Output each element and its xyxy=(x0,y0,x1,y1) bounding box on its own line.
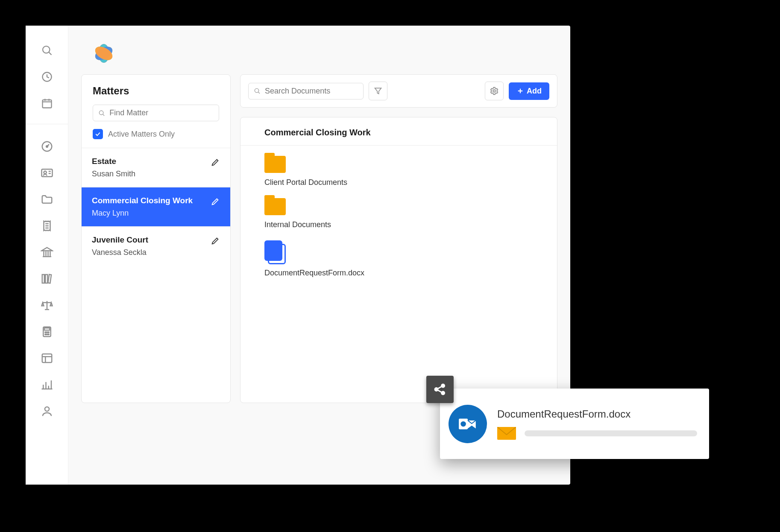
document-label: Client Portal Documents xyxy=(264,178,533,187)
folder-icon xyxy=(264,198,286,215)
edit-icon[interactable] xyxy=(211,197,220,206)
svg-point-8 xyxy=(46,146,48,147)
share-popup: DocumentRequestForm.docx xyxy=(440,389,709,459)
svg-point-50 xyxy=(493,90,496,92)
svg-point-0 xyxy=(43,46,50,53)
svg-point-47 xyxy=(255,88,258,92)
add-button-label: Add xyxy=(527,87,542,96)
svg-rect-3 xyxy=(42,100,51,108)
gauge-icon[interactable] xyxy=(39,139,55,154)
calculator-icon[interactable] xyxy=(39,324,55,339)
folder-icon[interactable] xyxy=(39,192,55,207)
svg-marker-49 xyxy=(375,88,381,94)
matter-item[interactable]: Estate Susan Smith xyxy=(82,148,230,187)
svg-point-34 xyxy=(47,334,47,335)
rail-separator xyxy=(26,124,68,124)
share-popup-title: DocumentRequestForm.docx xyxy=(497,408,697,420)
search-documents-field[interactable] xyxy=(265,87,358,96)
mail-icon xyxy=(497,427,516,440)
matters-panel: Matters Active Matters Only Estate xyxy=(81,74,231,403)
svg-line-57 xyxy=(437,390,442,392)
svg-rect-36 xyxy=(42,354,52,362)
matter-client: Vanessa Seckla xyxy=(92,248,148,257)
svg-line-46 xyxy=(103,114,104,115)
svg-point-59 xyxy=(460,421,466,427)
svg-marker-16 xyxy=(41,248,52,251)
svg-rect-29 xyxy=(44,328,50,330)
svg-point-32 xyxy=(48,332,49,333)
search-documents-input[interactable] xyxy=(248,83,364,99)
documents-panel: Commercial Closing Work Client Portal Do… xyxy=(240,117,557,403)
active-matters-only-toggle[interactable]: Active Matters Only xyxy=(93,129,219,139)
documents-column: Add Commercial Closing Work Client Porta… xyxy=(240,74,557,403)
icon-rail xyxy=(26,26,68,485)
document-label: Internal Documents xyxy=(264,220,533,229)
outlook-icon xyxy=(449,405,487,443)
svg-line-1 xyxy=(49,53,51,55)
matter-item-selected[interactable]: Commercial Closing Work Macy Lynn xyxy=(82,187,230,226)
svg-rect-24 xyxy=(48,275,51,284)
svg-point-31 xyxy=(47,332,47,333)
matter-client: Susan Smith xyxy=(92,170,135,178)
scales-icon[interactable] xyxy=(39,298,55,313)
gear-icon xyxy=(490,86,499,96)
share-icon xyxy=(433,382,447,397)
document-label: DocumentRequestForm.docx xyxy=(264,269,533,278)
matter-name: Estate xyxy=(92,157,135,166)
add-button[interactable]: Add xyxy=(509,82,549,100)
find-matter-input[interactable] xyxy=(93,105,219,121)
search-icon xyxy=(98,109,105,117)
share-button[interactable] xyxy=(426,376,454,403)
filter-button[interactable] xyxy=(369,82,387,100)
edit-icon[interactable] xyxy=(211,158,220,167)
matter-item[interactable]: Juvenile Court Vanessa Seckla xyxy=(82,226,230,266)
matter-name: Commercial Closing Work xyxy=(92,196,193,205)
edit-icon[interactable] xyxy=(211,236,220,246)
checkbox-checked-icon xyxy=(93,129,103,139)
svg-point-30 xyxy=(45,332,46,333)
matter-name: Juvenile Court xyxy=(92,235,148,245)
documents-toolbar: Add xyxy=(240,74,557,108)
document-item[interactable]: Internal Documents xyxy=(264,198,533,229)
settings-button[interactable] xyxy=(485,82,504,100)
share-popup-row xyxy=(497,427,697,440)
matter-client: Macy Lynn xyxy=(92,209,193,218)
docx-icon xyxy=(264,240,286,263)
search-icon[interactable] xyxy=(39,43,55,58)
svg-line-48 xyxy=(258,92,260,94)
search-icon xyxy=(254,87,261,95)
books-icon[interactable] xyxy=(39,271,55,286)
funnel-icon xyxy=(374,87,382,95)
document-item[interactable]: DocumentRequestForm.docx xyxy=(264,240,533,278)
brand-logo xyxy=(81,40,557,74)
clock-icon[interactable] xyxy=(39,69,55,85)
active-matters-only-label: Active Matters Only xyxy=(108,130,175,139)
find-matter-field[interactable] xyxy=(109,108,214,117)
svg-rect-23 xyxy=(45,275,47,283)
svg-point-33 xyxy=(45,334,46,335)
document-item[interactable]: Client Portal Documents xyxy=(264,156,533,187)
svg-rect-22 xyxy=(42,275,44,283)
folder-icon xyxy=(264,156,286,173)
bank-icon[interactable] xyxy=(39,245,55,260)
matters-title: Matters xyxy=(93,85,219,97)
person-icon[interactable] xyxy=(39,403,55,419)
svg-point-10 xyxy=(44,171,46,174)
contact-card-icon[interactable] xyxy=(39,165,55,181)
progress-bar xyxy=(525,430,697,436)
atom-logo-icon xyxy=(91,40,117,67)
plus-icon xyxy=(516,87,524,95)
receipt-icon[interactable] xyxy=(39,218,55,234)
svg-point-45 xyxy=(99,111,103,114)
documents-panel-title: Commercial Closing Work xyxy=(240,117,557,146)
svg-line-56 xyxy=(437,386,442,389)
bar-chart-icon[interactable] xyxy=(39,377,55,392)
svg-point-35 xyxy=(48,334,49,335)
svg-point-44 xyxy=(45,407,49,411)
calendar-icon[interactable] xyxy=(39,96,55,111)
layout-icon[interactable] xyxy=(39,351,55,366)
